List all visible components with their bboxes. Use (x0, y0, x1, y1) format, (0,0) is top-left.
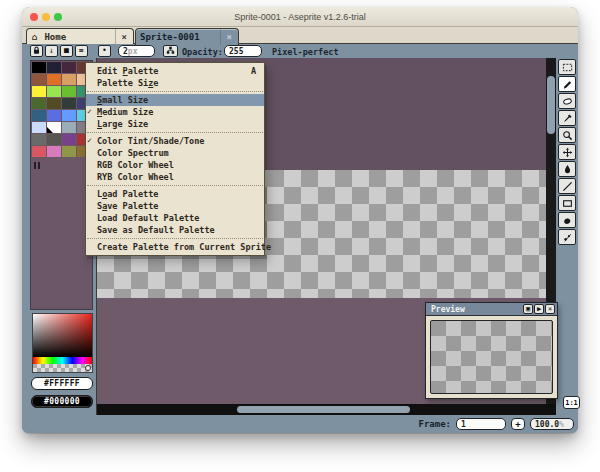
close-button[interactable]: × (545, 304, 555, 314)
line-tool[interactable] (558, 178, 576, 194)
hamburger-icon: ≡ (79, 47, 84, 55)
menu-item-load-default-palette[interactable]: Load Default Palette (86, 212, 264, 224)
palette-swatch[interactable] (47, 74, 61, 85)
add-frame-button[interactable]: + (511, 418, 525, 430)
close-tab-icon[interactable]: × (220, 29, 238, 45)
zoom-unit: % (559, 420, 564, 429)
preview-canvas (430, 320, 553, 394)
ink-button[interactable] (163, 45, 178, 57)
brush-size-unit: px (128, 47, 138, 56)
zoom-window-button[interactable] (54, 13, 62, 21)
palette-swatch[interactable] (47, 98, 61, 109)
palette-swatch[interactable] (47, 134, 61, 145)
play-button[interactable]: ▶ (534, 304, 544, 314)
palette-swatch[interactable] (62, 110, 76, 121)
palette-swatch[interactable] (62, 86, 76, 97)
foreground-color-field[interactable]: #FFFFFF (31, 377, 93, 390)
palette-swatch[interactable] (62, 122, 76, 133)
tab-home[interactable]: ⌂ Home × (26, 28, 134, 44)
frame-input[interactable]: 1 (456, 418, 506, 430)
brush-options-button[interactable]: ≡ (75, 45, 88, 57)
menu-item-save-palette[interactable]: Save Palette (86, 200, 264, 212)
status-bar: Frame: 1 + 100.0% (22, 415, 578, 433)
zoom-tool[interactable] (558, 127, 576, 143)
palette-swatch[interactable] (32, 98, 46, 109)
rectangular-marquee-tool[interactable] (558, 59, 576, 75)
close-tab-icon[interactable]: × (115, 29, 133, 44)
blur-icon (562, 228, 573, 247)
palette-swatch[interactable] (47, 122, 61, 133)
palette-swatch[interactable] (62, 62, 76, 73)
brush-shape-button[interactable]: ■ (60, 45, 73, 57)
palette-swatch[interactable] (32, 86, 46, 97)
tool-bar (556, 58, 578, 415)
horizontal-scrollbar[interactable] (97, 404, 556, 415)
alpha-slider[interactable] (33, 364, 92, 372)
menu-item-small-size[interactable]: Small Size (86, 94, 264, 106)
drop-pixel-button[interactable]: ↓ (45, 45, 58, 57)
palette-swatch[interactable] (62, 74, 76, 85)
move-tool[interactable] (558, 144, 576, 160)
zoom-input[interactable]: 100.0% (530, 418, 574, 430)
menu-item-create-palette-from-current-sprite[interactable]: Create Palette from Current Sprite (86, 241, 264, 253)
tab-sprite-0001[interactable]: Sprite-0001 × (135, 28, 239, 45)
palette-swatch[interactable] (32, 122, 46, 133)
rectangle-tool[interactable] (558, 195, 576, 211)
menu-item-edit-palette[interactable]: Edit PaletteA (86, 65, 264, 77)
tab-bar: ⌂ Home × Sprite-0001 × (22, 27, 578, 44)
pixel-perfect-label: Pixel-perfect (272, 47, 339, 57)
eyedropper-tool[interactable] (558, 110, 576, 126)
contour-tool[interactable] (558, 212, 576, 228)
eraser-tool[interactable] (558, 93, 576, 109)
menu-item-label: Palette Size (97, 77, 256, 89)
hue-bar[interactable] (33, 357, 92, 364)
palette-swatch[interactable] (32, 110, 46, 121)
palette-swatch[interactable] (32, 134, 46, 145)
menu-item-palette-size[interactable]: Palette Size (86, 77, 264, 89)
preview-titlebar[interactable]: Preview ▣ ▶ × (426, 303, 557, 316)
opacity-label: Opacity: (182, 47, 223, 57)
palette-swatch[interactable] (62, 146, 76, 157)
context-bar: ↓■≡• 2px Opacity: 255 Pixel-perfect (22, 44, 578, 58)
palette-swatch[interactable] (32, 146, 46, 157)
menu-item-load-palette[interactable]: Load Palette (86, 188, 264, 200)
menu-item-color-tint-shade-tone[interactable]: ✓Color Tint/Shade/Tone (86, 135, 264, 147)
palette-swatch[interactable] (32, 62, 46, 73)
brush-preview-button[interactable]: • (98, 45, 111, 57)
menu-item-ryb-color-wheel[interactable]: RYB Color Wheel (86, 171, 264, 183)
close-window-button[interactable] (30, 13, 38, 21)
menu-item-rgb-color-wheel[interactable]: RGB Color Wheel (86, 159, 264, 171)
blur-tool[interactable] (558, 229, 576, 245)
vertical-scrollbar-thumb[interactable] (547, 76, 555, 134)
palette-swatch[interactable] (47, 86, 61, 97)
brush-size-input[interactable]: 2px (118, 45, 155, 57)
tiled-mode-button[interactable]: ▣ (523, 304, 533, 314)
opacity-input[interactable]: 255 (224, 45, 262, 57)
color-selector (32, 313, 93, 373)
palette-panel (30, 60, 93, 310)
paint-bucket-tool[interactable] (558, 161, 576, 177)
menu-item-save-as-default-palette[interactable]: Save as Default Palette (86, 224, 264, 236)
palette-swatch[interactable] (47, 146, 61, 157)
preview-window: Preview ▣ ▶ × (425, 302, 558, 399)
frame-value: 1 (461, 420, 466, 429)
pencil-tool[interactable] (558, 76, 576, 92)
palette-swatch[interactable] (62, 98, 76, 109)
menu-separator (87, 132, 263, 133)
menu-item-color-spectrum[interactable]: Color Spectrum (86, 147, 264, 159)
palette-swatch[interactable] (47, 110, 61, 121)
saturation-value-gradient[interactable] (33, 314, 92, 357)
menu-item-large-size[interactable]: Large Size (86, 118, 264, 130)
horizontal-scrollbar-thumb[interactable] (237, 406, 410, 413)
menu-item-medium-size[interactable]: ✓Medium Size (86, 106, 264, 118)
lock-button[interactable] (30, 45, 43, 57)
menu-item-label: Load Palette (97, 188, 256, 200)
palette-swatch[interactable] (62, 134, 76, 145)
minimize-window-button[interactable] (42, 13, 50, 21)
preview-title: Preview (431, 305, 522, 314)
palette-swatch[interactable] (47, 62, 61, 73)
alpha-knob[interactable] (85, 365, 91, 371)
palette-swatch[interactable] (32, 74, 46, 85)
background-color-field[interactable]: #000000 (31, 395, 93, 408)
zoom-1-1-button[interactable]: 1:1 (563, 396, 580, 409)
